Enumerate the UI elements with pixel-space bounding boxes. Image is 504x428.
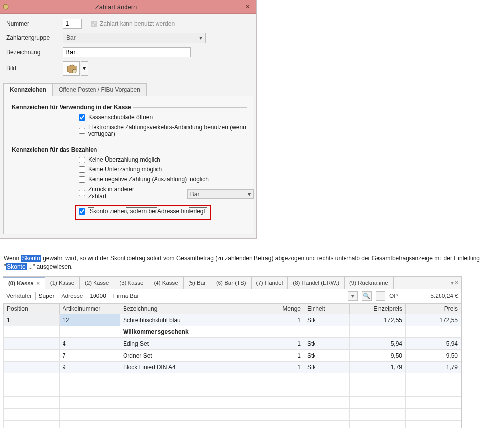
table-row[interactable] [4, 373, 461, 385]
pos-tab-4[interactable]: (4) Kasse [149, 277, 184, 289]
col-ep[interactable]: Einzelpreis [350, 304, 406, 314]
chk-ueberzahlung[interactable]: Keine Überzahlung möglich [79, 156, 160, 163]
tab-kennzeichen[interactable]: Kennzeichen [3, 83, 53, 96]
col-preis[interactable]: Preis [406, 304, 461, 314]
input-nummer[interactable] [63, 19, 82, 29]
pos-window: (0) Kasse× (1) Kasse (2) Kasse (3) Kasse… [3, 276, 462, 428]
table-row[interactable] [4, 385, 461, 397]
chk-skonto[interactable]: Skonto ziehen, sofern bei Adresse hinter… [79, 207, 207, 215]
pos-tab-0[interactable]: (0) Kasse× [3, 277, 45, 289]
explain-paragraph: Wenn Skonto gewährt wird, so wird der Sk… [4, 254, 500, 271]
checkbox-can-use: Zahlart kann benutzt werden [91, 20, 175, 27]
select-gruppe[interactable]: Bar ▾ [63, 33, 206, 43]
svg-point-2 [72, 69, 76, 73]
col-menge[interactable]: Menge [258, 304, 304, 314]
more-icon[interactable]: ⋯ [376, 291, 385, 301]
close-icon[interactable]: × [455, 279, 458, 286]
col-position[interactable]: Position [4, 304, 60, 314]
label-adresse: Adresse [61, 293, 83, 299]
value-verkaeufer[interactable]: Super [35, 292, 57, 300]
minimize-button[interactable]: — [221, 0, 239, 13]
table-row[interactable]: 1.12Schreibtischstuhl blau1Stk172,55172,… [4, 314, 461, 326]
chk-elektronisch[interactable]: Elektronische Zahlungsverkehrs-Anbindung… [79, 124, 247, 137]
label-op: OP [389, 293, 398, 299]
pos-tab-3[interactable]: (3) Kasse [114, 277, 149, 289]
label-gruppe: Zahlartengruppe [6, 34, 63, 41]
label-bezeichnung: Bezeichnung [6, 49, 63, 56]
label-firma: Firma Bar [113, 293, 139, 299]
dialog-zahlart: Zahlart ändern — ✕ Nummer Zahlart kann b… [0, 0, 257, 239]
dialog-tabs: Kennzeichen Offene Posten / FiBu Vorgabe… [3, 83, 256, 96]
table-row[interactable]: 9Block Liniert DIN A41Stk1,791,79 [4, 362, 461, 373]
chevron-down-icon: ▾ [199, 34, 202, 41]
col-einheit[interactable]: Einheit [304, 304, 350, 314]
table-row[interactable]: Willkommensgeschenk [4, 326, 461, 338]
input-bezeichnung[interactable] [63, 47, 191, 57]
close-button[interactable]: ✕ [239, 0, 256, 13]
table-row[interactable]: 7Ordner Set1Stk9,509,50 [4, 350, 461, 362]
col-bez[interactable]: Bezeichnung [120, 304, 258, 314]
label-nummer: Nummer [6, 20, 63, 27]
value-adresse[interactable]: 10000 [87, 292, 109, 300]
search-icon[interactable]: 🔍 [362, 291, 372, 301]
svg-point-0 [3, 4, 8, 9]
dropdown-button[interactable]: ▾ [348, 291, 358, 301]
chk-unterzahlung[interactable]: Keine Unterzahlung möglich [79, 166, 162, 173]
value-op: 5.280,24 € [430, 293, 458, 299]
table-row[interactable] [4, 409, 461, 421]
highlight-skonto-option: Skonto ziehen, sofern bei Adresse hinter… [75, 205, 211, 220]
chk-zurueck[interactable]: Zurück in anderer Zahlart [79, 186, 138, 199]
pos-tab-6[interactable]: (6) Bar (TS) [211, 277, 252, 289]
table-row[interactable]: 4Eding Set1Stk5,945,94 [4, 338, 461, 350]
pos-tab-5[interactable]: (5) Bar [184, 277, 211, 289]
box-icon [63, 61, 80, 76]
chevron-down-icon: ▾ [248, 191, 251, 198]
chk-negativ[interactable]: Keine negative Zahlung (Auszahlung) mögl… [79, 176, 209, 183]
col-artikel[interactable]: Artikelnummer [60, 304, 120, 314]
pos-tab-9[interactable]: (9) Rücknahme [345, 277, 394, 289]
chevron-down-icon[interactable]: ▾ [81, 61, 88, 76]
image-selector[interactable]: ▾ [63, 61, 88, 76]
pos-tabbar: (0) Kasse× (1) Kasse (2) Kasse (3) Kasse… [3, 277, 461, 289]
label-bild: Bild [6, 65, 63, 72]
titlebar[interactable]: Zahlart ändern — ✕ [0, 0, 256, 14]
pos-tab-1[interactable]: (1) Kasse [45, 277, 80, 289]
tab-fibu[interactable]: Offene Posten / FiBu Vorgaben [52, 83, 147, 96]
pos-tab-8[interactable]: (8) Handel (ERW.) [288, 277, 345, 289]
tab-content: Kennzeichen für Verwendung in der Kasse … [3, 96, 253, 234]
pos-tab-7[interactable]: (7) Handel [252, 277, 288, 289]
pos-info-line: Verkäufer Super Adresse 10000 Firma Bar … [3, 289, 461, 303]
table-row[interactable] [4, 421, 461, 428]
select-zurueck-zahlart[interactable]: Bar▾ [187, 189, 254, 199]
label-verkaeufer: Verkäufer [6, 293, 32, 299]
legend-bezahlen: Kennzeichen für das Bezahlen [10, 146, 99, 153]
chk-schublade[interactable]: Kassenschublade öffnen [79, 114, 153, 121]
dropdown-icon[interactable]: ▾ [451, 279, 454, 286]
pos-tab-2[interactable]: (2) Kasse [80, 277, 114, 289]
dialog-title: Zahlart ändern [11, 3, 221, 11]
close-icon[interactable]: × [36, 280, 40, 286]
table-row[interactable] [4, 397, 461, 409]
pos-table[interactable]: Position Artikelnummer Bezeichnung Menge… [3, 303, 461, 428]
app-icon [0, 3, 11, 10]
highlight-skonto: Skonto [21, 255, 41, 262]
highlight-skonto: Skonto [6, 263, 26, 270]
legend-kasse: Kennzeichen für Verwendung in der Kasse [10, 104, 133, 111]
